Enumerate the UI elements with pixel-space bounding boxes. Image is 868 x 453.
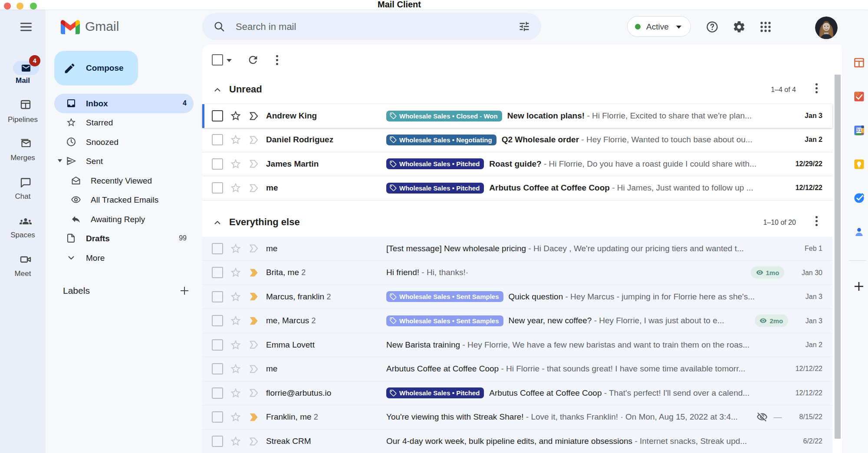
svg-text:31: 31 [856,128,861,133]
